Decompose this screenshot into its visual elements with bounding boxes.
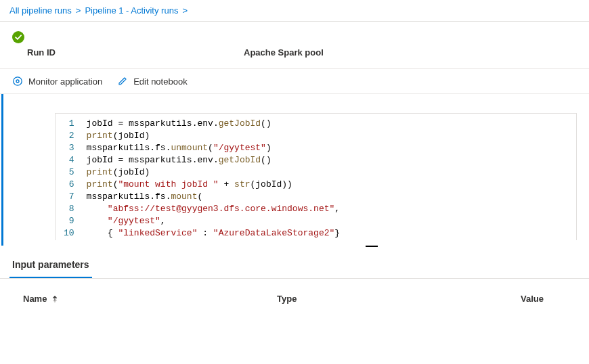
chevron-right-icon: >: [76, 5, 81, 16]
code-content[interactable]: jobId = mssparkutils.env.getJobId()print…: [81, 114, 346, 240]
detail-tabs: Input parameters: [0, 252, 589, 279]
code-editor[interactable]: 12345678910 jobId = mssparkutils.env.get…: [55, 113, 577, 240]
notebook-cell: 12345678910 jobId = mssparkutils.env.get…: [1, 94, 589, 246]
breadcrumb-mid-link[interactable]: Pipeline 1 - Activity runs: [85, 5, 178, 16]
breadcrumb-root-link[interactable]: All pipeline runs: [9, 5, 72, 16]
column-header-value[interactable]: Value: [521, 294, 580, 304]
edit-icon: [117, 76, 128, 87]
run-labels: Run ID Apache Spark pool: [0, 47, 589, 68]
monitor-application-label: Monitor application: [28, 76, 102, 87]
monitor-application-button[interactable]: Monitor application: [12, 76, 102, 87]
edit-notebook-label: Edit notebook: [133, 76, 188, 87]
svg-point-0: [12, 31, 24, 43]
line-gutter: 12345678910: [56, 114, 81, 240]
breadcrumb: All pipeline runs > Pipeline 1 - Activit…: [0, 0, 589, 22]
column-header-type[interactable]: Type: [277, 294, 521, 304]
run-id-label: Run ID: [27, 47, 244, 58]
resize-handle-icon[interactable]: [366, 246, 378, 247]
edit-notebook-button[interactable]: Edit notebook: [117, 76, 188, 87]
monitor-icon: [12, 76, 23, 87]
actions-toolbar: Monitor application Edit notebook: [0, 68, 589, 94]
svg-point-2: [16, 80, 19, 83]
run-header: [0, 22, 589, 47]
tab-input-parameters[interactable]: Input parameters: [9, 252, 92, 278]
success-status-icon: [12, 31, 24, 43]
svg-point-1: [14, 77, 22, 85]
column-header-name-label: Name: [23, 294, 47, 304]
spark-pool-label: Apache Spark pool: [244, 47, 324, 58]
sort-asc-icon: [51, 295, 59, 303]
chevron-right-icon: >: [182, 5, 188, 16]
column-header-name[interactable]: Name: [9, 294, 277, 304]
params-table-header: Name Type Value: [0, 279, 589, 311]
